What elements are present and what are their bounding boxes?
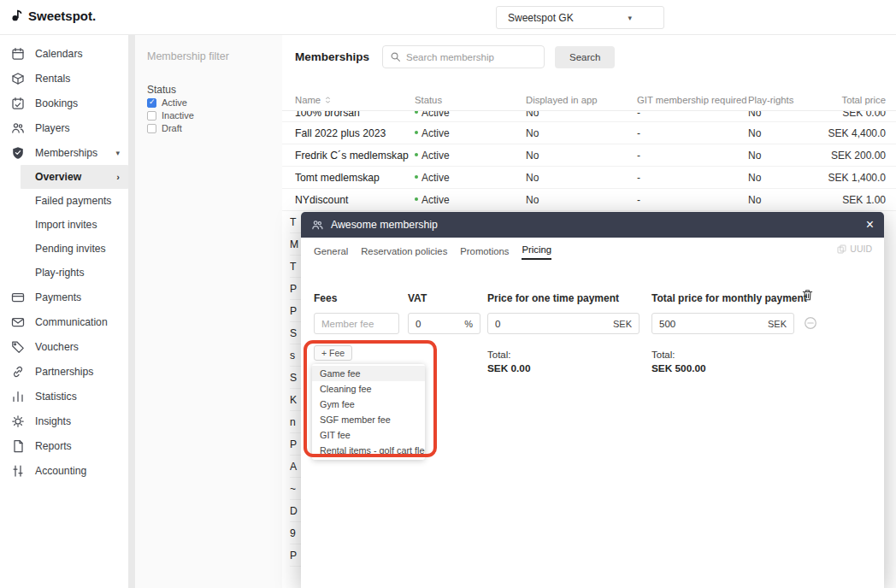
fee-option-game-fee[interactable]: Game fee [312, 366, 425, 381]
table-row[interactable]: 100% brorsan Active No - No SEK 0.00 [282, 111, 896, 122]
one-time-price-input[interactable] [495, 319, 610, 329]
topbar: Sweetspot. Sweetspot GK ▾ [0, 0, 896, 35]
monthly-price-input[interactable] [659, 319, 764, 329]
membership-name: Fredrik C´s medlemskap [295, 150, 415, 162]
sidebar-item-overview[interactable]: Overview › [21, 165, 128, 189]
sort-icon [324, 96, 332, 104]
monthly-price-field[interactable]: SEK [651, 313, 794, 334]
membership-modal: Awesome membership × General Reservation… [301, 212, 884, 588]
sidebar-item-import-invites[interactable]: Import invites [0, 213, 128, 237]
sidebar-subitem-label: Import invites [35, 219, 97, 231]
displayed-in-app: No [526, 150, 637, 162]
fee-option-sgf-member-fee[interactable]: SGF member fee [312, 412, 425, 427]
sidebar-item-communication[interactable]: Communication [0, 309, 128, 334]
filter-option-inactive[interactable]: Inactive [147, 110, 194, 121]
modal-body: Fees VAT Price for one time payment Tota… [301, 260, 884, 588]
sidebar-item-statistics[interactable]: Statistics [0, 384, 128, 409]
sidebar-item-label: Bookings [35, 97, 78, 109]
shield-check-icon [11, 146, 25, 160]
sidebar-item-partnerships[interactable]: Partnerships [0, 359, 128, 384]
displayed-in-app: No [526, 172, 637, 184]
sidebar-item-insights[interactable]: Insights [0, 409, 128, 433]
membership-search[interactable] [382, 45, 545, 68]
monthly-total: Total: SEK 500.00 [651, 350, 706, 374]
play-rights: No [748, 127, 825, 139]
sidebar-item-label: Reports [35, 440, 72, 452]
status-badge: Active [415, 150, 526, 162]
tab-reservation-policies[interactable]: Reservation policies [361, 242, 447, 260]
sidebar-item-rentals[interactable]: Rentals [0, 66, 128, 91]
sidebar-item-calendars[interactable]: Calendars [0, 41, 128, 66]
status-dot-icon [415, 175, 418, 179]
search-button[interactable]: Search [555, 46, 615, 68]
play-rights: No [748, 194, 825, 206]
sidebar-item-memberships[interactable]: Memberships ▾ [0, 140, 128, 165]
table-row[interactable]: Tomt medlemskap Active No - No SEK 1,400… [282, 167, 896, 189]
add-fee-button[interactable]: + Fee [314, 345, 352, 361]
search-input[interactable] [406, 52, 538, 62]
table-row-clipped: 100% brorsan Active No - No SEK 0.00 [282, 111, 896, 122]
git-required: - [637, 111, 748, 119]
brand-logo[interactable]: Sweetspot. [11, 9, 96, 23]
remove-row-icon[interactable] [804, 316, 817, 333]
clipped-row-letter: P [290, 544, 301, 567]
sidebar-item-reports[interactable]: Reports [0, 433, 128, 458]
sidebar-item-label: Statistics [35, 391, 77, 403]
checkbox-icon[interactable] [147, 124, 156, 133]
vat-field[interactable]: % [408, 313, 480, 334]
scrollbar-gutter[interactable] [128, 35, 135, 588]
table-row[interactable]: Fredrik C´s medlemskap Active No - No SE… [282, 144, 896, 167]
sidebar-item-pending-invites[interactable]: Pending invites [0, 237, 128, 261]
close-icon[interactable]: × [866, 218, 874, 232]
trash-icon[interactable] [801, 288, 814, 306]
table-row[interactable]: NYdiscount Active No - No SEK 1.00 [282, 189, 896, 211]
tab-pricing[interactable]: Pricing [522, 240, 551, 260]
fee-dropdown-menu: Game fee Cleaning fee Gym fee SGF member… [312, 364, 425, 460]
tab-promotions[interactable]: Promotions [460, 242, 509, 260]
vat-input[interactable] [416, 319, 461, 329]
membership-name: Fall 2022 plus 2023 [295, 127, 415, 139]
filter-option-draft[interactable]: Draft [147, 123, 194, 133]
sidebar-item-label: Accounting [35, 465, 86, 477]
fee-option-cleaning-fee[interactable]: Cleaning fee [312, 381, 425, 397]
checkbox-icon[interactable] [147, 111, 156, 121]
checkbox-icon[interactable] [147, 98, 156, 108]
filter-option-active[interactable]: Active [147, 97, 194, 108]
sidebar: Calendars Rentals Bookings Players Membe… [0, 35, 128, 588]
member-fee-field[interactable] [314, 313, 399, 334]
column-header-name[interactable]: Name [295, 95, 415, 105]
content-header: Memberships Search [295, 45, 615, 68]
modal-header: Awesome membership × [301, 212, 884, 238]
sidebar-item-players[interactable]: Players [0, 115, 128, 140]
status-dot-icon [415, 153, 418, 156]
modal-tabs: General Reservation policies Promotions … [301, 238, 884, 260]
total-amount: SEK 0.00 [487, 362, 531, 374]
fee-option-gym-fee[interactable]: Gym fee [312, 397, 425, 412]
sidebar-item-bookings[interactable]: Bookings [0, 91, 128, 115]
sidebar-item-accounting[interactable]: Accounting [0, 458, 128, 483]
sidebar-item-vouchers[interactable]: Vouchers [0, 334, 128, 359]
table-row[interactable]: Fall 2022 plus 2023 Active No - No SEK 4… [282, 122, 896, 144]
sidebar-item-failed-payments[interactable]: Failed payments [0, 189, 128, 213]
column-header-displayed: Displayed in app [526, 95, 637, 105]
filter-status-options: Active Inactive Draft [147, 97, 194, 133]
fee-option-rental-items[interactable]: Rental items - golf cart fleet [312, 443, 425, 458]
club-selector[interactable]: Sweetspot GK ▾ [496, 6, 664, 29]
status-badge: Active [415, 194, 526, 206]
sidebar-item-payments[interactable]: Payments [0, 285, 128, 309]
one-time-price-field[interactable]: SEK [487, 313, 640, 334]
copy-icon [837, 244, 846, 254]
fee-option-git-fee[interactable]: GIT fee [312, 427, 425, 443]
play-rights: No [748, 111, 825, 119]
sidebar-item-label: Insights [35, 415, 71, 427]
one-time-column-label: Price for one time payment [487, 292, 619, 304]
clipped-row-letter: D [290, 500, 301, 522]
member-fee-input[interactable] [321, 319, 392, 329]
total-price: SEK 200.00 [825, 150, 886, 162]
total-label: Total: [487, 350, 531, 360]
filter-option-label: Active [162, 97, 187, 108]
sidebar-item-play-rights[interactable]: Play-rights [0, 261, 128, 285]
uuid-button[interactable]: UUID [837, 244, 872, 254]
sidebar-item-label: Vouchers [35, 341, 79, 353]
tab-general[interactable]: General [314, 242, 348, 260]
